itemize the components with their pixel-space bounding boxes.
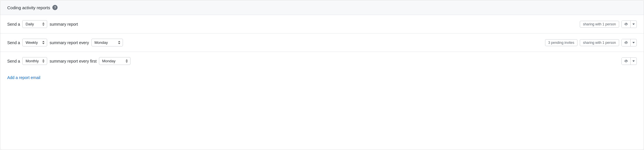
report-rows-container: Send aDailyWeeklyMonthlysummary reportsh…: [0, 15, 644, 70]
add-report-email-link[interactable]: Add a report email: [0, 70, 47, 85]
row-0-frequency-select[interactable]: DailyWeeklyMonthly: [22, 20, 47, 28]
row-2-actions: [621, 57, 637, 65]
chevron-down-icon: [632, 23, 635, 25]
sharing-badge-2: sharing with 1 person: [580, 39, 619, 46]
row-1-frequency-select[interactable]: DailyWeeklyMonthly: [22, 39, 47, 46]
row-1-day-select[interactable]: MondayTuesdayWednesdayThursdayFridaySatu…: [91, 39, 123, 46]
row-1-dropdown-arrow-button[interactable]: [631, 40, 636, 45]
row-0-actions: sharing with 1 person: [580, 20, 637, 28]
card-title: Coding activity reports: [7, 5, 50, 10]
gear-icon: [624, 59, 628, 63]
row-2-gear-dropdown: [621, 57, 637, 65]
chevron-down-icon: [632, 60, 635, 62]
row-2-dropdown-arrow-button[interactable]: [631, 59, 636, 64]
sharing-badge-1: sharing with 1 person: [580, 21, 619, 28]
row-1-gear-dropdown: [621, 39, 637, 46]
row-2-middle-text: summary report every first: [49, 59, 97, 63]
pending-badge: 3 pending invites: [545, 39, 577, 46]
chevron-down-icon: [632, 42, 635, 44]
row-0-dropdown-arrow-button[interactable]: [631, 22, 636, 27]
report-row-2: Send aDailyWeeklyMonthlysummary report e…: [0, 52, 644, 70]
row-1-gear-button[interactable]: [622, 39, 631, 46]
help-icon[interactable]: ?: [52, 5, 58, 10]
row-2-prefix: Send a: [7, 59, 20, 63]
row-2-day-select[interactable]: MondayTuesdayWednesdayThursdayFridaySatu…: [99, 57, 130, 65]
gear-icon: [624, 41, 628, 45]
row-1-prefix: Send a: [7, 40, 20, 45]
row-0-gear-dropdown: [621, 20, 637, 28]
row-1-middle-text: summary report every: [49, 40, 89, 45]
row-0-gear-button[interactable]: [622, 21, 631, 28]
row-0-middle-text: summary report: [49, 22, 78, 27]
row-2-frequency-select[interactable]: DailyWeeklyMonthly: [22, 57, 47, 65]
row-0-prefix: Send a: [7, 22, 20, 27]
row-1-actions: 3 pending invitessharing with 1 person: [545, 39, 637, 46]
coding-activity-reports-card: Coding activity reports ? Send aDailyWee…: [0, 0, 644, 150]
card-header: Coding activity reports ?: [0, 0, 644, 15]
row-2-gear-button[interactable]: [622, 58, 631, 65]
report-row-0: Send aDailyWeeklyMonthlysummary reportsh…: [0, 15, 644, 33]
report-row-1: Send aDailyWeeklyMonthlysummary report e…: [0, 33, 644, 52]
gear-icon: [624, 22, 628, 26]
